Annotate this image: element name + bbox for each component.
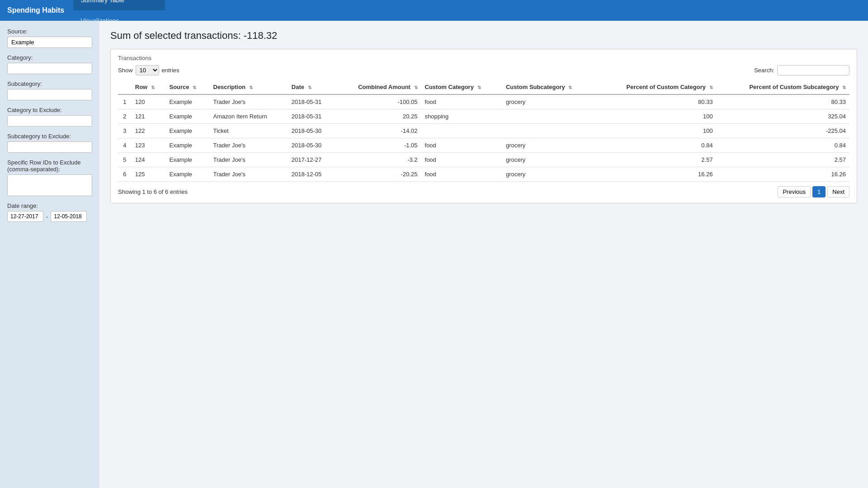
subcategory-exclude-input[interactable] <box>7 141 92 153</box>
entries-select[interactable]: 102550100 <box>136 65 159 75</box>
table-cell-date: 2018-12-05 <box>288 167 336 182</box>
sort-icon: ⇅ <box>709 85 713 90</box>
date-start-input[interactable] <box>7 211 43 222</box>
sort-icon: ⇅ <box>249 85 253 90</box>
table-cell-custom_category: food <box>421 94 502 109</box>
table-head: Row ⇅Source ⇅Description ⇅Date ⇅Combined… <box>118 80 849 94</box>
table-cell-date: 2018-05-30 <box>288 124 336 138</box>
table-cell-percent_custom_category: 100 <box>596 124 717 138</box>
table-cell-row: 122 <box>132 124 166 138</box>
date-range-label: Date range: <box>7 202 92 209</box>
table-cell-percent_custom_subcategory: 80.33 <box>717 94 849 109</box>
show-label: Show <box>118 67 133 74</box>
table-cell-date: 2018-05-30 <box>288 138 336 153</box>
source-label: Source: <box>7 28 92 35</box>
table-cell-custom_category: food <box>421 153 502 167</box>
table-cell-description: Trader Joe's <box>210 138 288 153</box>
pagination-buttons: Previous 1 Next <box>778 186 849 197</box>
table-cell-combined_amount: -100.05 <box>336 94 421 109</box>
table-cell-description: Amazon Item Return <box>210 109 288 124</box>
subcategory-exclude-label: Subcategory to Exclude: <box>7 133 92 140</box>
table-cell-date: 2018-05-31 <box>288 109 336 124</box>
table-cell-source: Example <box>165 109 209 124</box>
table-cell-row: 124 <box>132 153 166 167</box>
col-header-custom_subcategory[interactable]: Custom Subcategory ⇅ <box>502 80 596 94</box>
table-row: 4123ExampleTrader Joe's2018-05-30-1.05fo… <box>118 138 849 153</box>
date-range-row: - <box>7 211 92 222</box>
table-cell-description: Ticket <box>210 124 288 138</box>
category-exclude-field-group: Category to Exclude: <box>7 107 92 127</box>
subcategory-label: Subcategory: <box>7 80 92 87</box>
category-exclude-input[interactable] <box>7 115 92 127</box>
row-ids-label: Specific Row IDs to Exclude (comma-separ… <box>7 159 92 173</box>
col-header-description[interactable]: Description ⇅ <box>210 80 288 94</box>
col-header-percent_custom_category[interactable]: Percent of Custom Category ⇅ <box>596 80 717 94</box>
table-cell-percent_custom_category: 0.84 <box>596 138 717 153</box>
table-cell-index: 5 <box>118 153 132 167</box>
table-cell-percent_custom_subcategory: 2.57 <box>717 153 849 167</box>
table-cell-custom_category: food <box>421 167 502 182</box>
category-field-group: Category: <box>7 54 92 74</box>
table-cell-combined_amount: 20.25 <box>336 109 421 124</box>
table-cell-custom_subcategory: grocery <box>502 167 596 182</box>
table-cell-combined_amount: -3.2 <box>336 153 421 167</box>
table-cell-index: 2 <box>118 109 132 124</box>
table-cell-index: 4 <box>118 138 132 153</box>
table-cell-percent_custom_category: 16.26 <box>596 167 717 182</box>
previous-button[interactable]: Previous <box>778 186 811 197</box>
search-box: Search: <box>754 65 849 75</box>
source-input[interactable] <box>7 37 92 48</box>
table-cell-row: 121 <box>132 109 166 124</box>
table-cell-description: Trader Joe's <box>210 167 288 182</box>
table-cell-index: 3 <box>118 124 132 138</box>
date-end-input[interactable] <box>51 211 87 222</box>
col-header-custom_category[interactable]: Custom Category ⇅ <box>421 80 502 94</box>
table-row: 5124ExampleTrader Joe's2017-12-27-3.2foo… <box>118 153 849 167</box>
table-cell-custom_category: shopping <box>421 109 502 124</box>
app-brand: Spending Habits <box>7 6 64 14</box>
table-cell-row: 120 <box>132 94 166 109</box>
sort-icon: ⇅ <box>193 85 196 90</box>
section-label: Transactions <box>118 55 849 61</box>
sum-title: Sum of selected transactions: -118.32 <box>110 30 857 42</box>
col-header-date[interactable]: Date ⇅ <box>288 80 336 94</box>
table-cell-percent_custom_subcategory: 325.04 <box>717 109 849 124</box>
table-cell-row: 123 <box>132 138 166 153</box>
page-1-button[interactable]: 1 <box>812 186 826 197</box>
subcategory-exclude-field-group: Subcategory to Exclude: <box>7 133 92 153</box>
category-exclude-label: Category to Exclude: <box>7 107 92 113</box>
navbar: Spending Habits Transaction ExplorerSumm… <box>0 0 868 21</box>
transactions-table: Row ⇅Source ⇅Description ⇅Date ⇅Combined… <box>118 80 849 182</box>
table-cell-combined_amount: -1.05 <box>336 138 421 153</box>
table-cell-combined_amount: -14.02 <box>336 124 421 138</box>
table-row: 3122ExampleTicket2018-05-30-14.02100-225… <box>118 124 849 138</box>
col-header-index <box>118 80 132 94</box>
sort-icon: ⇅ <box>308 85 311 90</box>
table-cell-percent_custom_subcategory: -225.04 <box>717 124 849 138</box>
table-cell-custom_category: food <box>421 138 502 153</box>
table-cell-row: 125 <box>132 167 166 182</box>
category-input[interactable] <box>7 63 92 74</box>
col-header-combined_amount[interactable]: Combined Amount ⇅ <box>336 80 421 94</box>
search-input[interactable] <box>777 65 849 75</box>
table-cell-date: 2018-05-31 <box>288 94 336 109</box>
table-cell-custom_category <box>421 124 502 138</box>
main-content: Sum of selected transactions: -118.32 Tr… <box>99 21 868 488</box>
table-cell-source: Example <box>165 138 209 153</box>
col-header-percent_custom_subcategory[interactable]: Percent of Custom Subcategory ⇅ <box>717 80 849 94</box>
table-row: 2121ExampleAmazon Item Return2018-05-312… <box>118 109 849 124</box>
table-cell-percent_custom_category: 100 <box>596 109 717 124</box>
next-button[interactable]: Next <box>827 186 849 197</box>
col-header-source[interactable]: Source ⇅ <box>165 80 209 94</box>
subcategory-input[interactable] <box>7 89 92 100</box>
subcategory-field-group: Subcategory: <box>7 80 92 100</box>
table-cell-custom_subcategory: grocery <box>502 94 596 109</box>
entries-label: entries <box>162 67 179 74</box>
row-ids-input[interactable] <box>7 174 92 196</box>
table-cell-index: 1 <box>118 94 132 109</box>
table-row: 1120ExampleTrader Joe's2018-05-31-100.05… <box>118 94 849 109</box>
nav-item-summary-table[interactable]: Summary Table <box>73 0 165 10</box>
sort-icon: ⇅ <box>842 85 846 90</box>
col-header-row[interactable]: Row ⇅ <box>132 80 166 94</box>
table-controls: Show 102550100 entries Search: <box>118 65 849 75</box>
